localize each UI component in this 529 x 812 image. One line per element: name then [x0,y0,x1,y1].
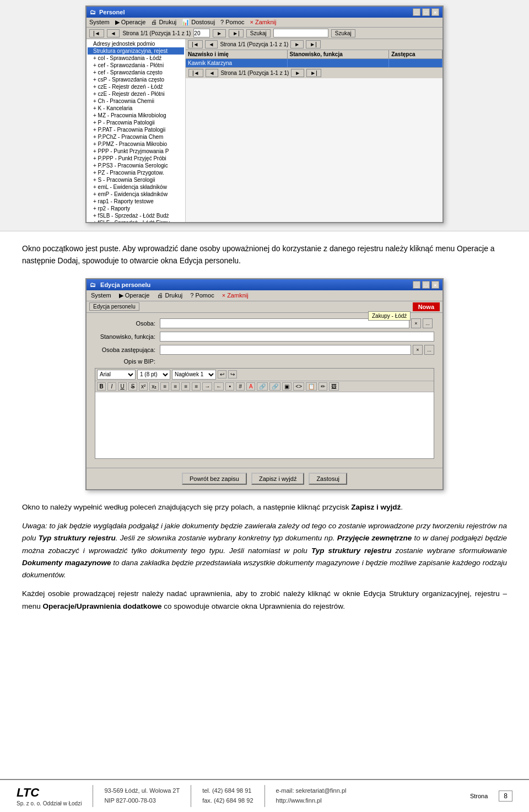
rte-align-right-btn[interactable]: ≡ [181,382,190,391]
maximize-btn[interactable]: □ [422,8,430,16]
rte-strike-btn[interactable]: S [128,382,137,391]
zapisz-btn[interactable]: Zapisz i wyjdź [251,473,304,485]
rte-color-btn[interactable]: A [246,382,255,391]
rte-align-justify-btn[interactable]: ≡ [192,382,201,391]
tree-item-ch[interactable]: + Ch - Pracownia Chemii [88,98,184,105]
rte-paste-btn[interactable]: 📋 [306,382,317,391]
rte-align-left-btn[interactable]: ≡ [160,382,169,391]
tree-item-fslf[interactable]: + fSLF - Sprzedaż - Łódź Firmy [88,219,184,222]
rte-image-btn[interactable]: ▣ [282,382,292,391]
rte-indent-btn[interactable]: → [202,382,212,391]
menu-system[interactable]: System [89,19,110,26]
nav-next-btn[interactable]: ► [213,29,226,37]
close-btn[interactable]: × [431,8,439,16]
tree-item-fslb[interactable]: + fSLB - Sprzedaż - Łódź Budż [88,212,184,219]
tree-item-ppmz[interactable]: + P.PMZ - Pracownia Mikrobio [88,140,184,148]
menu-pomoc[interactable]: ? Pomoc [220,19,244,26]
edycja-menu-operacje[interactable]: ▶ Operacje [117,291,152,300]
menu-zamknij[interactable]: × Zamknij [250,19,277,26]
pers-nav-last[interactable]: ►| [306,40,321,48]
rte-underline-btn[interactable]: U [118,382,127,391]
rte-align-center-btn[interactable]: ≡ [171,382,180,391]
rte-subscript-btn[interactable]: x₂ [149,382,159,391]
tree-item-struktura[interactable]: Struktura organizacyjna, rejest [88,47,184,55]
rte-size-select[interactable]: 1 (8 pt) [137,370,170,380]
tree-item-cze2[interactable]: + czE - Rejestr dezeń - Płótni [88,90,184,98]
tree-item-emp[interactable]: + emP - Ewidencja składników [88,191,184,198]
pers-bottom-nav-next[interactable]: ► [291,69,304,77]
tree-item-p[interactable]: + P - Pracownia Patologii [88,119,184,126]
rte-source-btn[interactable]: <> [293,382,304,391]
search-input-field[interactable] [273,29,328,37]
personnel-table-row[interactable]: Kawnik Katarzyna [186,59,442,67]
pers-bottom-nav-first[interactable]: |◄ [188,69,203,77]
pers-bottom-nav-prev[interactable]: ◄ [206,69,219,77]
rte-body[interactable] [95,392,434,458]
nav-last-btn[interactable]: ►| [229,29,244,37]
pers-nav-next[interactable]: ► [290,40,304,48]
window-content: Adresy jednostek podmio Struktura organi… [87,39,442,222]
zastosuj-btn[interactable]: Zastosuj [309,473,347,485]
page-input[interactable] [193,29,210,37]
tree-item-mz[interactable]: + MZ - Pracownia Mikrobiolog [88,112,184,119]
tree-item-k[interactable]: + K - Kancelaria [88,105,184,112]
osoba-picker-btn[interactable]: ... [423,318,433,328]
rte-italic-btn[interactable]: I [107,382,116,391]
zastepujaca-picker-btn[interactable]: ... [424,345,434,355]
rte-superscript-btn[interactable]: x² [139,382,148,391]
stanowisko-input[interactable] [160,332,434,342]
tree-item-ppp[interactable]: + PPP - Punkt Przyjmowania P [88,148,184,155]
tree-item-col[interactable]: + col - Sprawozdania - Łódź [88,55,184,62]
tree-item-rp2[interactable]: + rp2 - Raporty [88,205,184,212]
edycja-menu-drukuj[interactable]: 🖨 Drukuj [155,291,184,300]
tree-item-ppchz[interactable]: + P.PChZ - Pracownia Chem [88,133,184,140]
edycja-menu-system[interactable]: System [89,291,113,300]
rte-link-btn[interactable]: 🔗 [257,382,268,391]
nav-prev-btn[interactable]: ◄ [107,29,120,37]
edycja-menu-zamknij[interactable]: × Zamknij [220,291,250,300]
menu-drukuj[interactable]: 🖨 Drukuj [151,19,176,26]
rte-unlink-btn[interactable]: 🔗 [269,382,280,391]
pers-nav-first[interactable]: |◄ [188,40,203,48]
edycja-close-btn[interactable]: × [431,281,439,289]
pers-nav-prev[interactable]: ◄ [205,40,218,48]
pers-bottom-nav-last[interactable]: ►| [306,69,321,77]
rte-heading-select[interactable]: Nagłówek 1 [172,370,216,380]
zastepujaca-input[interactable] [160,345,411,355]
tree-item-csp[interactable]: + csP - Sprawozdania często [88,76,184,83]
zastepujaca-clear-btn[interactable]: × [413,345,423,355]
tree-item-cze1[interactable]: + czE - Rejestr dezeń - Łódź [88,83,184,90]
search-btn-1[interactable]: Szukaj [246,29,271,37]
rte-outdent-btn[interactable]: ← [214,382,224,391]
osoba-clear-btn[interactable]: × [411,318,421,328]
edycja-tab-main[interactable]: Edycja personelu [89,302,139,311]
tree-item-s[interactable]: + S - Pracownia Serologii [88,176,184,183]
rte-list-ol-btn[interactable]: # [236,382,245,391]
menu-operacje[interactable]: ▶ Operacje [115,19,146,26]
tree-item-ps3[interactable]: + P.PS3 - Pracownia Serologic [88,162,184,169]
tree-item-ppat[interactable]: + P.PAT - Pracownia Patologii [88,126,184,133]
edycja-menu-pomoc[interactable]: ? Pomoc [188,291,215,300]
nav-first-btn[interactable]: |◄ [89,29,104,37]
tree-item-rap1[interactable]: + rap1 - Raporty testowe [88,198,184,205]
rte-media-btn[interactable]: 🖼 [329,382,339,391]
tree-item-cef1[interactable]: + cef - Sprawozdania - Płótni [88,62,184,69]
rte-bold-btn[interactable]: B [97,382,106,391]
menu-dostosuj[interactable]: 📊 Dostosuj [182,19,215,26]
minimize-btn[interactable]: _ [413,8,420,16]
edycja-minimize-btn[interactable]: _ [413,281,420,289]
rte-list-ul-btn[interactable]: • [225,382,234,391]
rte-undo-btn[interactable]: ↩ [218,370,226,378]
rte-font-select[interactable]: Arial [97,370,136,380]
tree-item-cef2[interactable]: + cef - Sprawozdania często [88,69,184,76]
rte-edit-btn[interactable]: ✏ [319,382,327,391]
tree-item-pz[interactable]: + PZ - Pracownia Przygotow. [88,169,184,176]
tree-item-adresy[interactable]: Adresy jednostek podmio [88,40,184,47]
rte-redo-btn[interactable]: ↪ [228,370,237,378]
edycja-maximize-btn[interactable]: □ [422,281,430,289]
tree-item-eml[interactable]: + emL - Ewidencja składników [88,183,184,191]
powrot-btn[interactable]: Powrót bez zapisu [182,473,247,485]
form-row-zastepujaca: Osoba zastępująca: × ... [95,345,434,355]
search-btn-2[interactable]: Szukaj [331,29,355,37]
tree-item-pppp[interactable]: + P.PPP - Punkt Przyjęć Próbi [88,155,184,162]
